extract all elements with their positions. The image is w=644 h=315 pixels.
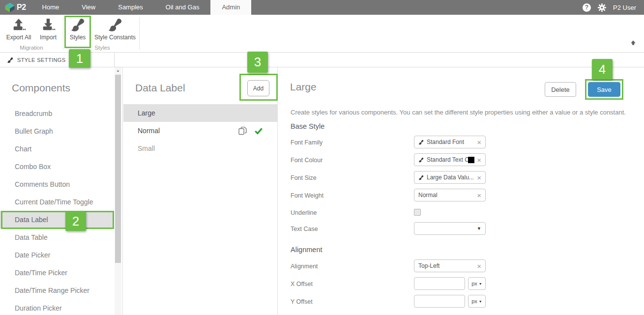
delete-button[interactable]: Delete xyxy=(545,82,576,97)
editor-description: Create styles for various components. Yo… xyxy=(291,109,626,116)
brush-icon xyxy=(7,57,13,63)
ribbon-toolbar: Export All Import Styles xyxy=(0,15,644,53)
brush-icon xyxy=(70,18,85,32)
component-item-combo-box[interactable]: Combo Box xyxy=(0,158,114,175)
component-item-data-label[interactable]: Data Label xyxy=(0,211,114,229)
underline-label: Underline xyxy=(291,209,317,216)
scrollbar-thumb[interactable] xyxy=(115,75,121,263)
save-button[interactable]: Save xyxy=(588,82,620,97)
top-navbar: P2 Home View Samples Oil and Gas Admin ? xyxy=(0,0,644,15)
alignment-value: Top-Left xyxy=(418,262,474,269)
y-offset-input[interactable] xyxy=(414,295,465,308)
component-item-bullet-graph[interactable]: Bullet Graph xyxy=(0,122,114,140)
editor-title: Large xyxy=(290,81,317,93)
clear-icon[interactable]: × xyxy=(477,156,481,164)
style-constants-button[interactable]: Style Constants xyxy=(92,18,138,41)
help-icon[interactable]: ? xyxy=(583,3,591,12)
component-item-datetime-range-picker[interactable]: Date/Time Range Picker xyxy=(0,282,114,299)
nav-tab-admin[interactable]: Admin xyxy=(210,0,251,15)
y-offset-label: Y Offset xyxy=(291,298,313,305)
clear-icon[interactable]: × xyxy=(477,139,481,146)
export-all-label: Export All xyxy=(6,34,31,41)
component-item-comments-button[interactable]: Comments Button xyxy=(0,175,114,193)
chevron-down-icon: ▼ xyxy=(479,282,482,286)
style-item-normal-label: Normal xyxy=(138,127,160,135)
nav-tab-samples[interactable]: Samples xyxy=(107,0,154,15)
style-constant-brush-icon xyxy=(418,175,424,180)
styles-label: Styles xyxy=(70,34,86,41)
import-icon xyxy=(41,18,56,32)
p2-logo-text: P2 xyxy=(17,3,26,12)
y-offset-unit-select[interactable]: px ▼ xyxy=(468,295,486,308)
brush-icon xyxy=(108,18,122,32)
x-offset-input[interactable] xyxy=(414,277,465,290)
style-item-small[interactable]: Small xyxy=(123,140,277,157)
import-label: Import xyxy=(40,34,57,41)
style-constants-label: Style Constants xyxy=(94,34,136,41)
component-item-date-picker[interactable]: Date Picker xyxy=(0,246,114,264)
text-case-label: Text Case xyxy=(291,226,318,232)
font-weight-label: Font Weight xyxy=(291,192,323,199)
component-item-data-table[interactable]: Data Table xyxy=(0,229,114,246)
font-weight-value: Normal xyxy=(418,192,474,199)
nav-tab-oil-and-gas[interactable]: Oil and Gas xyxy=(154,0,211,15)
text-case-select[interactable]: ▼ xyxy=(414,222,486,235)
app-window: P2 Home View Samples Oil and Gas Admin ? xyxy=(0,0,644,315)
ribbon-separator xyxy=(139,17,140,50)
migration-group-label: Migration xyxy=(0,45,63,51)
font-colour-value: Standard Text C... xyxy=(427,156,468,163)
add-style-button[interactable]: Add xyxy=(247,80,269,96)
default-check-icon xyxy=(254,126,263,136)
style-item-large[interactable]: Large xyxy=(123,104,277,122)
component-item-datetime-picker[interactable]: Date/Time Picker xyxy=(0,264,114,282)
duplicate-icon[interactable] xyxy=(237,126,248,136)
component-item-duration-picker[interactable]: Duration Picker xyxy=(0,299,114,315)
style-editor-panel: Large Delete Save Create styles for vari… xyxy=(278,67,644,315)
components-list: Breadcrumb Bullet Graph Chart Combo Box … xyxy=(0,105,114,315)
clear-icon[interactable]: × xyxy=(477,262,481,270)
step-badge-3: 3 xyxy=(247,52,268,73)
import-button[interactable]: Import xyxy=(35,18,61,41)
font-family-value: Standard Font xyxy=(427,139,474,145)
nav-tab-home[interactable]: Home xyxy=(31,0,71,15)
step-badge-4: 4 xyxy=(592,59,613,80)
alignment-field[interactable]: Top-Left × xyxy=(414,259,486,272)
step-badge-1: 1 xyxy=(69,49,90,68)
clear-icon[interactable]: × xyxy=(477,174,481,181)
user-name[interactable]: P2 User xyxy=(613,4,636,11)
components-title: Components xyxy=(12,82,70,94)
export-all-button[interactable]: Export All xyxy=(4,18,33,41)
step-badge-2: 2 xyxy=(65,211,86,231)
style-item-normal[interactable]: Normal xyxy=(123,122,277,140)
nav-tab-view[interactable]: View xyxy=(70,0,107,15)
x-offset-label: X Offset xyxy=(291,281,313,287)
component-item-breadcrumb[interactable]: Breadcrumb xyxy=(0,105,114,122)
component-item-current-datetime-toggle[interactable]: Current Date/Time Toggle xyxy=(0,193,114,211)
component-item-chart[interactable]: Chart xyxy=(0,140,114,158)
chevron-down-icon: ▼ xyxy=(477,226,481,231)
font-family-field[interactable]: Standard Font × xyxy=(414,136,486,148)
font-size-label: Font Size xyxy=(291,174,317,181)
document-tabstrip: STYLE SETTINGS xyxy=(0,53,644,67)
chevron-down-icon: ▼ xyxy=(479,300,482,303)
collapse-ribbon-button[interactable] xyxy=(630,39,637,48)
clear-icon[interactable]: × xyxy=(477,192,481,199)
alignment-section-title: Alignment xyxy=(291,246,322,254)
style-settings-tab-label: STYLE SETTINGS xyxy=(17,57,66,63)
font-weight-field[interactable]: Normal × xyxy=(414,189,486,201)
font-size-field[interactable]: Large Data Valu... × xyxy=(414,171,486,184)
components-panel: Components Breadcrumb Bullet Graph Chart… xyxy=(0,67,123,315)
font-size-value: Large Data Valu... xyxy=(427,174,474,181)
components-scrollbar[interactable]: ▲ xyxy=(115,67,121,315)
style-settings-tab[interactable]: STYLE SETTINGS xyxy=(0,53,115,67)
gear-icon[interactable] xyxy=(597,3,607,12)
underline-checkbox[interactable] xyxy=(414,209,421,216)
style-constant-brush-icon xyxy=(418,157,424,163)
alignment-label: Alignment xyxy=(291,263,318,270)
font-colour-field[interactable]: Standard Text C... × xyxy=(414,153,486,166)
scrollbar-up-icon[interactable]: ▲ xyxy=(115,69,121,72)
p2-logo: P2 xyxy=(0,0,31,15)
font-colour-label: Font Colour xyxy=(291,157,322,164)
x-offset-unit-select[interactable]: px ▼ xyxy=(468,277,486,290)
styles-button[interactable]: Styles xyxy=(66,18,89,41)
